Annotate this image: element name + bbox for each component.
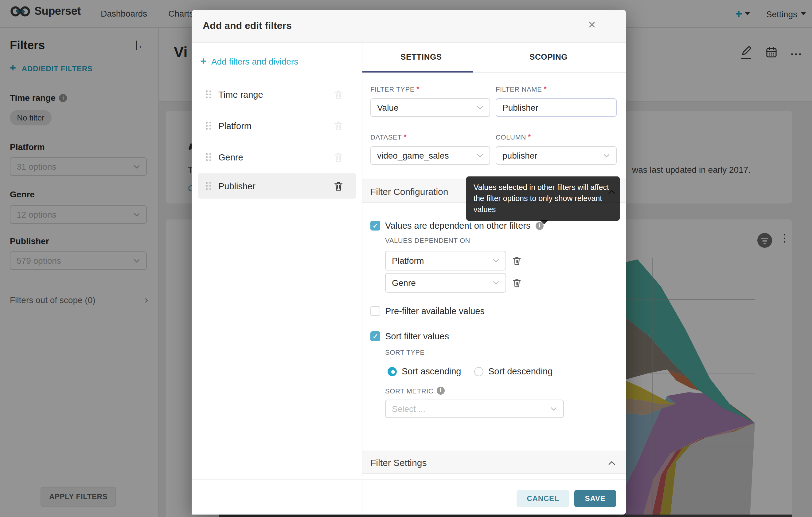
- dependent-select-platform[interactable]: Platform: [385, 251, 506, 271]
- close-icon[interactable]: ✕: [588, 19, 596, 31]
- sort-ascending-radio[interactable]: Sort ascending: [387, 366, 461, 376]
- drag-handle-icon[interactable]: [206, 182, 211, 190]
- sort-descending-label: Sort descending: [488, 366, 553, 376]
- add-filters-and-dividers-button[interactable]: Add filters and dividers: [200, 57, 298, 66]
- tooltip-arrow: [540, 220, 549, 225]
- prefilter-label: Pre-filter available values: [385, 306, 485, 316]
- sort-type-label: SORT TYPE: [385, 349, 425, 356]
- filter-list-pane: Add filters and dividers Time range Plat…: [192, 43, 362, 515]
- checkbox-unchecked-icon[interactable]: [370, 306, 380, 316]
- radio-selected-icon[interactable]: [387, 367, 397, 376]
- dependent-select-genre[interactable]: Genre: [385, 273, 506, 293]
- chevron-down-icon: [603, 153, 610, 158]
- modal-header: Add and edit filters ✕: [192, 10, 626, 43]
- filter-type-select[interactable]: Value: [370, 98, 490, 117]
- tab-scoping[interactable]: SCOPING: [529, 52, 568, 61]
- modal-tabs: SETTINGS SCOPING: [362, 43, 626, 73]
- footer-divider: [192, 479, 626, 480]
- filter-item-label: Time range: [219, 89, 263, 99]
- filter-list-item-platform[interactable]: Platform: [198, 113, 356, 138]
- trash-icon[interactable]: [512, 256, 522, 266]
- info-icon[interactable]: [436, 387, 444, 394]
- chevron-down-icon: [550, 407, 557, 411]
- filter-list-item-genre[interactable]: Genre: [198, 144, 356, 170]
- screen: Superset Dashboards Charts + Settings Fi…: [0, 0, 812, 517]
- chevron-down-icon: [493, 258, 499, 263]
- chevron-down-icon: [476, 153, 484, 158]
- dataset-label: DATASET: [370, 133, 407, 141]
- column-select[interactable]: publisher: [496, 146, 617, 165]
- tooltip-text: Values selected in other filters will af…: [473, 183, 609, 214]
- filter-item-label: Platform: [219, 121, 252, 131]
- column-label: COLUMN: [496, 133, 531, 141]
- trash-icon[interactable]: [333, 89, 344, 100]
- add-edit-filters-modal: Add and edit filters ✕ Add filters and d…: [192, 10, 626, 515]
- dataset-select[interactable]: video_game_sales: [370, 146, 490, 165]
- filter-type-label: FILTER TYPE: [370, 85, 419, 93]
- drag-handle-icon[interactable]: [206, 122, 211, 130]
- filter-name-label: FILTER NAME: [496, 85, 547, 93]
- sort-metric-select[interactable]: Select ...: [385, 400, 564, 418]
- trash-icon[interactable]: [333, 152, 344, 163]
- section-title: Filter Configuration: [370, 186, 448, 197]
- filter-item-label: Publisher: [219, 181, 256, 191]
- filter-settings-section-header[interactable]: Filter Settings: [362, 451, 626, 474]
- drag-handle-icon[interactable]: [206, 91, 211, 98]
- sort-filter-values-label: Sort filter values: [385, 331, 449, 341]
- filter-list-item-time-range[interactable]: Time range: [198, 82, 356, 107]
- radio-unselected-icon[interactable]: [474, 367, 484, 376]
- sort-ascending-label: Sort ascending: [402, 366, 461, 376]
- prefilter-checkbox-row[interactable]: Pre-filter available values: [370, 306, 485, 316]
- checkbox-checked-icon[interactable]: [370, 221, 380, 230]
- dependent-values-tooltip: Values selected in other filters will af…: [466, 176, 620, 221]
- trash-icon[interactable]: [333, 181, 344, 191]
- trash-icon[interactable]: [512, 278, 522, 288]
- section-title: Filter Settings: [370, 457, 427, 468]
- modal-title: Add and edit filters: [203, 20, 292, 31]
- save-button[interactable]: SAVE: [574, 490, 616, 507]
- values-dependent-label: Values are dependent on other filters: [385, 221, 530, 230]
- chevron-up-icon: [608, 460, 615, 465]
- drag-handle-icon[interactable]: [206, 153, 211, 161]
- sort-descending-radio[interactable]: Sort descending: [474, 366, 553, 376]
- plus-icon: [200, 57, 206, 66]
- chevron-down-icon: [493, 281, 499, 285]
- values-dependent-on-label: VALUES DEPENDENT ON: [385, 237, 470, 244]
- filter-name-input[interactable]: Publisher: [496, 98, 617, 117]
- filter-item-label: Genre: [219, 152, 243, 162]
- values-dependent-checkbox-row[interactable]: Values are dependent on other filters: [370, 221, 543, 230]
- tab-settings[interactable]: SETTINGS: [401, 52, 442, 61]
- filter-list-item-publisher[interactable]: Publisher: [198, 173, 356, 198]
- add-filters-label: Add filters and dividers: [211, 57, 298, 66]
- sort-filter-values-checkbox-row[interactable]: Sort filter values: [370, 331, 449, 341]
- cancel-button[interactable]: CANCEL: [517, 490, 570, 507]
- chevron-down-icon: [476, 105, 484, 110]
- checkbox-checked-icon[interactable]: [370, 331, 380, 341]
- trash-icon[interactable]: [333, 120, 344, 131]
- sort-metric-label: SORT METRIC: [385, 387, 444, 394]
- active-tab-ink-bar: [362, 71, 473, 73]
